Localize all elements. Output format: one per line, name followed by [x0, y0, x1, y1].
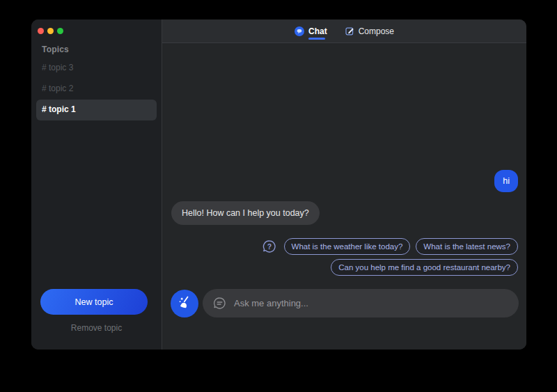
assistant-message-bubble: Hello! How can I help you today? [171, 201, 320, 225]
sidebar-spacer [31, 120, 162, 289]
clear-chat-button[interactable] [171, 290, 198, 317]
chat-bubble-icon [295, 26, 304, 36]
compose-icon [345, 26, 354, 36]
chat-area: hi Hello! How can I help you today? ? Wh… [162, 43, 526, 350]
app-window: Topics # topic 3 # topic 2 # topic 1 New… [31, 19, 526, 350]
close-button[interactable] [38, 28, 44, 34]
zoom-button[interactable] [57, 28, 63, 34]
suggestion-chip[interactable]: Can you help me find a good restaurant n… [331, 259, 518, 276]
sidebar-item-topic-1[interactable]: # topic 1 [36, 100, 157, 120]
tab-compose-label: Compose [359, 26, 394, 36]
message-input[interactable] [234, 298, 509, 308]
tab-compose[interactable]: Compose [345, 19, 394, 42]
chat-input-row [171, 289, 519, 317]
topic-list: # topic 3 # topic 2 # topic 1 [31, 58, 162, 120]
sidebar-item-topic-3[interactable]: # topic 3 [36, 58, 157, 79]
user-message-bubble: hi [494, 170, 518, 192]
message-input-container[interactable] [203, 289, 519, 317]
tab-chat[interactable]: Chat [295, 19, 327, 42]
remove-topic-button[interactable]: Remove topic [31, 323, 162, 333]
topics-heading: Topics [42, 45, 162, 54]
suggestion-row: Can you help me find a good restaurant n… [331, 259, 518, 276]
active-tab-indicator [308, 38, 325, 40]
suggestion-row: ? What is the weather like today? What i… [262, 238, 518, 255]
minimize-button[interactable] [47, 28, 54, 34]
question-bubble-icon: ? [262, 239, 277, 254]
tab-bar: Chat Compose [162, 19, 526, 43]
suggestion-chip[interactable]: What is the latest news? [416, 238, 518, 255]
sidebar-item-topic-2[interactable]: # topic 2 [36, 79, 157, 100]
sidebar: Topics # topic 3 # topic 2 # topic 1 New… [31, 19, 162, 350]
suggestion-chip[interactable]: What is the weather like today? [284, 238, 411, 255]
new-topic-button[interactable]: New topic [40, 289, 148, 315]
tab-chat-label: Chat [308, 26, 327, 36]
message-bubble-icon [212, 296, 227, 311]
window-controls [31, 19, 162, 34]
main-panel: Chat Compose hi Hello! How can I help yo… [162, 19, 526, 350]
svg-text:?: ? [267, 242, 271, 251]
broom-icon [177, 295, 192, 312]
